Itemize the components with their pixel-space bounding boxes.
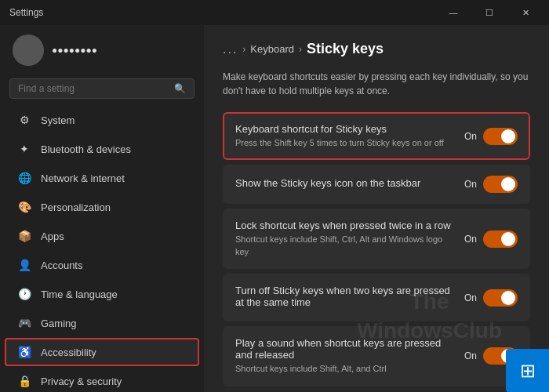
- sidebar-label-privacy: Privacy & security: [41, 376, 122, 387]
- titlebar-left: Settings: [9, 7, 43, 18]
- setting-on-label-turn-off: On: [464, 292, 477, 303]
- toggle-knob-keyboard-shortcut: [501, 129, 515, 143]
- setting-turn-off: Turn off Sticky keys when two keys are p…: [223, 274, 530, 321]
- setting-title-play-sound: Play a sound when shortcut keys are pres…: [235, 337, 455, 361]
- maximize-button[interactable]: ☐: [472, 2, 507, 24]
- search-icon: 🔍: [174, 83, 186, 94]
- main-layout: ●●●●●●●● 🔍 ⚙System✦Bluetooth & devices🌐N…: [0, 25, 549, 392]
- main-content: ... › Keyboard › Sticky keys Make keyboa…: [204, 25, 549, 392]
- setting-right-show-icon: On: [464, 176, 518, 193]
- setting-on-label-keyboard-shortcut: On: [464, 131, 477, 142]
- sidebar-item-accounts[interactable]: 👤Accounts: [5, 251, 199, 279]
- setting-desc-lock-keys: Shortcut keys include Shift, Ctrl, Alt a…: [235, 234, 455, 258]
- avatar: [13, 34, 44, 66]
- time-icon: 🕐: [17, 287, 31, 301]
- sidebar-item-privacy[interactable]: 🔒Privacy & security: [5, 367, 199, 392]
- setting-text-play-sound: Play a sound when shortcut keys are pres…: [235, 337, 455, 375]
- setting-desc-keyboard-shortcut: Press the Shift key 5 times to turn Stic…: [235, 137, 455, 149]
- sidebar-item-network[interactable]: 🌐Network & internet: [5, 164, 199, 192]
- profile-name: ●●●●●●●●: [52, 45, 97, 56]
- sidebar-item-bluetooth[interactable]: ✦Bluetooth & devices: [5, 135, 199, 163]
- sidebar-item-apps[interactable]: 📦Apps: [5, 222, 199, 250]
- titlebar: Settings — ☐ ✕: [0, 0, 549, 25]
- setting-on-label-lock-keys: On: [464, 234, 477, 245]
- bluetooth-icon: ✦: [17, 142, 31, 156]
- toggle-turn-off[interactable]: [483, 289, 518, 307]
- gaming-icon: 🎮: [17, 316, 31, 330]
- setting-title-keyboard-shortcut: Keyboard shortcut for Sticky keys: [235, 123, 455, 135]
- setting-text-lock-keys: Lock shortcut keys when pressed twice in…: [235, 220, 455, 258]
- toggle-lock-keys[interactable]: [483, 230, 518, 248]
- sidebar-label-accessibility: Accessibility: [41, 347, 96, 358]
- setting-on-label-show-icon: On: [464, 179, 477, 190]
- titlebar-controls: — ☐ ✕: [436, 2, 543, 24]
- sidebar-label-bluetooth: Bluetooth & devices: [41, 143, 131, 155]
- settings-list: Keyboard shortcut for Sticky keysPress t…: [223, 112, 530, 387]
- sidebar-item-time[interactable]: 🕐Time & language: [5, 280, 199, 308]
- setting-desc-play-sound: Shortcut keys include Shift, Alt, and Ct…: [235, 363, 455, 375]
- accessibility-icon: ♿: [17, 345, 31, 359]
- breadcrumb: ... › Keyboard › Sticky keys: [223, 41, 530, 57]
- toggle-show-icon[interactable]: [483, 176, 518, 193]
- setting-keyboard-shortcut: Keyboard shortcut for Sticky keysPress t…: [223, 112, 530, 160]
- setting-title-lock-keys: Lock shortcut keys when pressed twice in…: [235, 220, 455, 231]
- breadcrumb-sep-2: ›: [299, 44, 302, 55]
- setting-title-turn-off: Turn off Sticky keys when two keys are p…: [235, 285, 455, 308]
- setting-right-lock-keys: On: [464, 230, 518, 248]
- setting-text-turn-off: Turn off Sticky keys when two keys are p…: [235, 285, 455, 310]
- sidebar-label-time: Time & language: [41, 289, 118, 300]
- setting-show-icon: Show the Sticky keys icon on the taskbar…: [223, 165, 530, 204]
- sidebar-label-apps: Apps: [41, 230, 64, 242]
- setting-title-show-icon: Show the Sticky keys icon on the taskbar: [235, 177, 455, 189]
- sidebar-item-accessibility[interactable]: ♿Accessibility: [5, 338, 199, 366]
- breadcrumb-keyboard[interactable]: Keyboard: [250, 43, 294, 55]
- sidebar-label-gaming: Gaming: [41, 318, 77, 329]
- toggle-knob-show-icon: [501, 177, 515, 191]
- breadcrumb-dots: ...: [223, 42, 238, 56]
- sidebar-label-system: System: [41, 114, 75, 126]
- profile-section: ●●●●●●●●: [0, 25, 204, 75]
- setting-play-sound: Play a sound when shortcut keys are pres…: [223, 326, 530, 386]
- setting-on-label-play-sound: On: [464, 350, 477, 361]
- personalization-icon: 🎨: [17, 200, 31, 214]
- setting-lock-keys: Lock shortcut keys when pressed twice in…: [223, 209, 530, 269]
- privacy-icon: 🔒: [17, 374, 31, 388]
- titlebar-title: Settings: [9, 7, 43, 18]
- toggle-keyboard-shortcut[interactable]: [483, 128, 518, 145]
- search-input[interactable]: [18, 83, 168, 94]
- sidebar-item-system[interactable]: ⚙System: [5, 106, 199, 134]
- sidebar-label-personalization: Personalization: [41, 201, 111, 213]
- page-description: Make keyboard shortcuts easier by pressi…: [223, 70, 530, 98]
- setting-right-turn-off: On: [464, 289, 518, 307]
- sidebar-label-accounts: Accounts: [41, 260, 82, 271]
- toggle-knob-lock-keys: [501, 232, 515, 246]
- network-icon: 🌐: [17, 171, 31, 185]
- breadcrumb-sep-1: ›: [242, 44, 245, 55]
- sidebar-nav: ⚙System✦Bluetooth & devices🌐Network & in…: [0, 105, 204, 392]
- system-icon: ⚙: [17, 113, 31, 127]
- sidebar-item-gaming[interactable]: 🎮Gaming: [5, 309, 199, 337]
- setting-right-keyboard-shortcut: On: [464, 128, 518, 145]
- setting-text-keyboard-shortcut: Keyboard shortcut for Sticky keysPress t…: [235, 123, 455, 149]
- page-title: Sticky keys: [307, 41, 384, 57]
- minimize-button[interactable]: —: [436, 2, 471, 24]
- sidebar-item-personalization[interactable]: 🎨Personalization: [5, 193, 199, 221]
- setting-text-show-icon: Show the Sticky keys icon on the taskbar: [235, 177, 455, 191]
- sidebar-label-network: Network & internet: [41, 172, 125, 184]
- accounts-icon: 👤: [17, 258, 31, 272]
- close-button[interactable]: ✕: [508, 2, 543, 24]
- profile-info: ●●●●●●●●: [52, 45, 97, 56]
- sidebar: ●●●●●●●● 🔍 ⚙System✦Bluetooth & devices🌐N…: [0, 25, 204, 392]
- apps-icon: 📦: [17, 229, 31, 243]
- search-box[interactable]: 🔍: [9, 78, 195, 99]
- corner-badge: ⊞: [506, 349, 549, 392]
- toggle-knob-turn-off: [501, 291, 515, 305]
